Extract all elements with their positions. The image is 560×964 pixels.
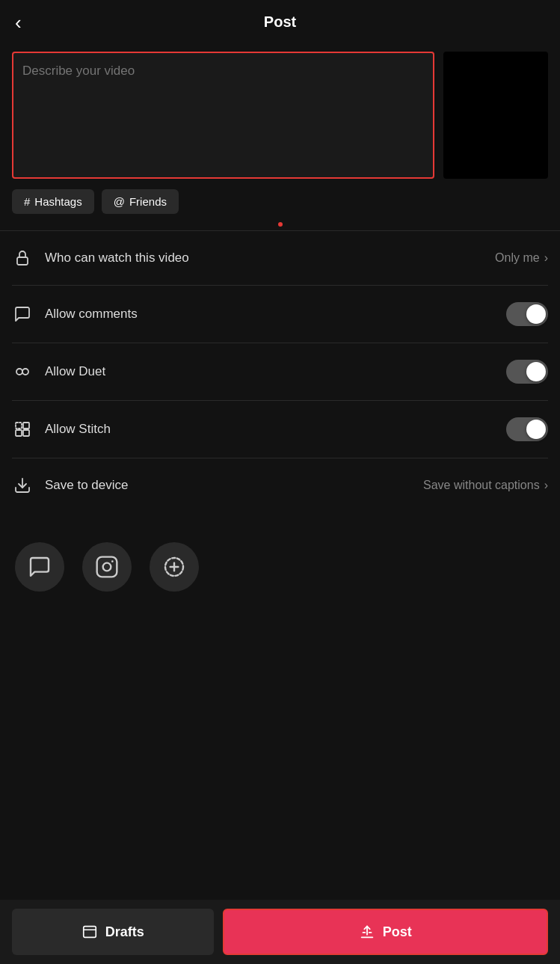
friends-button[interactable]: @ Friends	[102, 189, 179, 214]
post-upload-icon	[359, 924, 375, 940]
at-icon: @	[114, 195, 125, 208]
stitch-icon	[12, 419, 33, 440]
drafts-icon	[81, 924, 98, 940]
svg-point-1	[16, 369, 22, 375]
description-box[interactable]	[12, 52, 434, 179]
hashtags-button[interactable]: # Hashtags	[12, 189, 94, 214]
page-title: Post	[264, 13, 296, 31]
svg-rect-14	[84, 927, 96, 938]
svg-rect-8	[97, 557, 117, 577]
video-thumbnail	[443, 52, 548, 179]
toggle-knob	[526, 304, 546, 324]
scroll-indicator	[0, 218, 560, 230]
allow-stitch-label: Allow Stitch	[45, 422, 111, 437]
bottom-spacer	[0, 607, 560, 674]
who-can-watch-value: Only me	[495, 251, 540, 265]
back-button[interactable]: ‹	[15, 13, 22, 32]
save-to-device-value: Save without captions	[423, 479, 540, 492]
post-button[interactable]: Post	[223, 909, 548, 955]
svg-rect-0	[17, 257, 28, 265]
svg-point-2	[22, 369, 28, 375]
bottom-action-bar: Drafts Post	[0, 900, 560, 964]
duet-icon	[12, 361, 33, 382]
allow-comments-row[interactable]: Allow comments	[12, 286, 548, 343]
save-to-device-chevron: ›	[544, 479, 548, 492]
toggle-knob-duet	[526, 362, 546, 381]
friends-label: Friends	[129, 195, 167, 208]
add-to-story-button[interactable]	[150, 542, 199, 592]
allow-duet-label: Allow Duet	[45, 364, 105, 379]
lock-icon	[12, 248, 33, 268]
allow-stitch-row[interactable]: Allow Stitch	[12, 401, 548, 458]
allow-stitch-toggle[interactable]	[506, 417, 548, 441]
svg-rect-5	[16, 430, 22, 436]
toggle-knob-stitch	[526, 420, 546, 439]
settings-list: Who can watch this video Only me › Allow…	[0, 231, 560, 512]
instagram-share-button[interactable]	[82, 542, 132, 592]
hashtags-label: Hashtags	[34, 195, 81, 208]
svg-rect-3	[16, 423, 22, 429]
who-can-watch-row[interactable]: Who can watch this video Only me ›	[12, 231, 548, 286]
post-label: Post	[383, 924, 412, 940]
social-share-row	[0, 512, 560, 607]
hashtag-icon: #	[24, 195, 30, 208]
drafts-button[interactable]: Drafts	[12, 909, 214, 955]
who-can-watch-chevron: ›	[544, 251, 548, 265]
comment-icon	[12, 304, 33, 325]
description-input[interactable]	[22, 64, 424, 161]
allow-duet-toggle[interactable]	[506, 360, 548, 384]
svg-rect-4	[23, 423, 29, 429]
drafts-label: Drafts	[105, 924, 144, 940]
allow-comments-toggle[interactable]	[506, 302, 548, 326]
svg-point-10	[111, 560, 114, 562]
allow-duet-row[interactable]: Allow Duet	[12, 343, 548, 401]
svg-rect-6	[23, 430, 29, 436]
save-to-device-label: Save to device	[45, 478, 129, 493]
tag-buttons-row: # Hashtags @ Friends	[0, 179, 560, 218]
allow-comments-label: Allow comments	[45, 307, 138, 322]
messages-share-button[interactable]	[15, 542, 64, 592]
top-section	[0, 44, 560, 179]
who-can-watch-label: Who can watch this video	[45, 251, 189, 265]
svg-point-9	[103, 563, 111, 571]
header: ‹ Post	[0, 0, 560, 44]
download-icon	[12, 475, 33, 496]
save-to-device-row[interactable]: Save to device Save without captions ›	[12, 458, 548, 512]
